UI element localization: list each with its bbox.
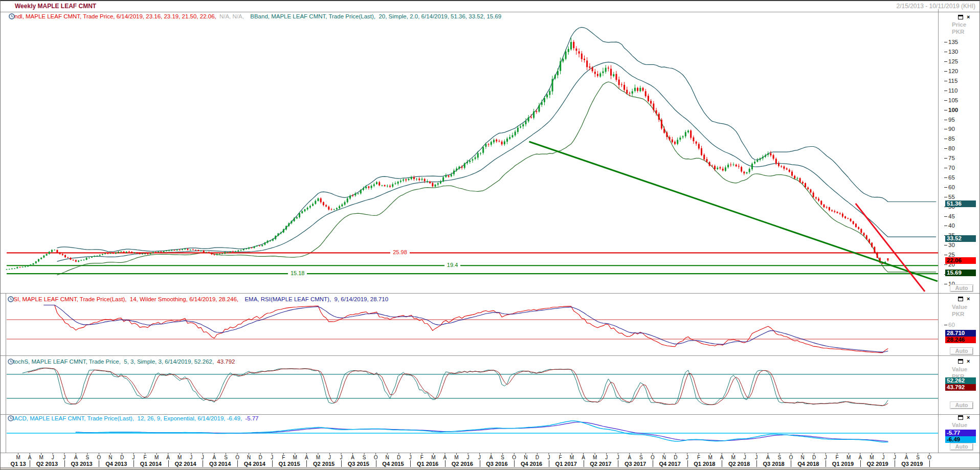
panel-divider-macd[interactable] xyxy=(1,414,980,415)
macd-axis-title: Value xyxy=(952,422,967,428)
month-label: N xyxy=(523,455,529,460)
maximize-icon[interactable] xyxy=(958,415,963,420)
maximize-icon[interactable] xyxy=(958,297,963,301)
axis-value-badge: 15.69 xyxy=(945,270,976,276)
month-label: A xyxy=(442,455,448,460)
window-title: Weekly MAPLE LEAF CMNT xyxy=(15,3,96,10)
legend-text: EMA, RSI(MAPLE LEAF CMNT), 9, 6/14/2019,… xyxy=(244,296,388,302)
axis-tick-mark xyxy=(944,177,947,178)
level-line-label[interactable]: 25.98 xyxy=(390,249,410,255)
month-label: A xyxy=(627,455,633,460)
month-label: A xyxy=(581,455,587,460)
axis-tick-mark xyxy=(944,120,947,120)
month-label: J xyxy=(338,455,344,460)
panel-divider-rsi[interactable] xyxy=(1,293,980,294)
month-label: D xyxy=(811,455,817,460)
month-label: M xyxy=(845,455,852,460)
month-label: J xyxy=(684,455,691,460)
quarter-separator xyxy=(929,460,930,467)
axis-tick-label: 95 xyxy=(948,117,955,123)
month-label: M xyxy=(730,455,737,460)
month-label: A xyxy=(165,455,171,460)
month-label: A xyxy=(857,455,863,460)
axis-tick-mark xyxy=(944,148,947,149)
month-label: N xyxy=(799,455,806,460)
macd-auto-button[interactable]: Auto xyxy=(950,443,973,451)
axis-tick-label: 75 xyxy=(948,155,955,161)
bottom-scrollbar-track[interactable] xyxy=(1,467,980,470)
month-label: O xyxy=(650,455,656,460)
axis-tick-label: 130 xyxy=(948,49,958,55)
month-label: A xyxy=(27,455,33,460)
month-label: S xyxy=(638,455,644,460)
level-line-label[interactable]: 19.4 xyxy=(444,262,460,268)
month-label: O xyxy=(234,455,240,460)
month-label: J xyxy=(546,455,552,460)
axis-tick-label: 120 xyxy=(948,68,958,74)
close-icon[interactable]: × xyxy=(967,15,970,19)
month-label: F xyxy=(419,455,425,460)
price-auto-button[interactable]: Auto xyxy=(950,284,973,292)
stoch-axis-title: Value xyxy=(952,366,967,372)
month-label: A xyxy=(303,455,309,460)
legend-macd[interactable]: MACD, MAPLE LEAF CMNT, Trade Price(Last)… xyxy=(8,415,259,421)
month-label: M xyxy=(430,455,436,460)
maximize-icon[interactable] xyxy=(958,359,963,364)
month-label: A xyxy=(719,455,725,460)
trendline[interactable] xyxy=(856,204,925,292)
month-label: A xyxy=(765,455,771,460)
xaxis-line xyxy=(1,453,980,453)
axis-tick-mark xyxy=(944,255,947,255)
month-label: O xyxy=(373,455,379,460)
axis-value-badge: 43.792 xyxy=(945,384,976,391)
price-axis-title: Price xyxy=(952,21,966,28)
month-label: J xyxy=(130,455,137,460)
month-label: S xyxy=(361,455,367,460)
month-label: M xyxy=(292,455,298,460)
month-label: M xyxy=(176,455,183,460)
close-icon[interactable]: × xyxy=(967,359,970,364)
month-label: O xyxy=(788,455,794,460)
month-label: J xyxy=(753,455,760,460)
chart-canvas xyxy=(1,1,980,470)
legend-rsi[interactable]: RSI, MAPLE LEAF CMNT, Trade Price(Last),… xyxy=(8,296,388,302)
titlebar-divider xyxy=(1,12,980,12)
month-label: S xyxy=(776,455,783,460)
legend-candle-bband[interactable]: Cndl, MAPLE LEAF CMNT, Trade Price, 6/14… xyxy=(9,13,501,19)
month-label: J xyxy=(615,455,621,460)
panel-divider-stoch[interactable] xyxy=(1,355,980,356)
month-label: F xyxy=(557,455,563,460)
axis-tick-mark xyxy=(944,61,947,62)
axis-tick-mark xyxy=(944,284,947,284)
month-label: A xyxy=(488,455,494,460)
panel-left-gutter xyxy=(6,293,6,453)
axis-tick-label: 70 xyxy=(948,165,955,171)
close-icon[interactable]: × xyxy=(967,415,970,420)
month-label: M xyxy=(315,455,321,460)
axis-tick-label: 85 xyxy=(948,136,955,142)
month-label: J xyxy=(465,455,471,460)
level-line-label[interactable]: 15.18 xyxy=(288,270,307,276)
axis-value-badge: -5.77 xyxy=(945,430,976,436)
axis-tick-mark xyxy=(944,325,947,325)
legend-text: N/A, N/A, xyxy=(219,13,247,19)
rsi-axis-title: Value xyxy=(952,304,967,310)
month-label: D xyxy=(119,455,125,460)
axis-value-badge: 28.246 xyxy=(945,337,976,343)
axis-tick-label: 60 xyxy=(948,184,955,190)
close-icon[interactable]: × xyxy=(967,297,970,301)
month-label: D xyxy=(396,455,402,460)
rsi-auto-button[interactable]: Auto xyxy=(950,347,973,355)
rsi-axis-unit: PKR xyxy=(952,311,964,317)
month-label: N xyxy=(107,455,114,460)
value-axis-separator xyxy=(938,9,939,453)
month-label: F xyxy=(834,455,840,460)
maximize-icon[interactable] xyxy=(958,15,963,19)
month-label: F xyxy=(142,455,148,460)
month-label: J xyxy=(269,455,275,460)
price-panel-window-icons: × xyxy=(958,15,970,19)
stoch-auto-button[interactable]: Auto xyxy=(950,401,973,409)
axis-tick-mark xyxy=(944,216,947,217)
axis-tick-label: 65 xyxy=(948,174,955,181)
legend-stoch[interactable]: StochS, MAPLE LEAF CMNT, Trade Price, 5,… xyxy=(8,359,235,365)
